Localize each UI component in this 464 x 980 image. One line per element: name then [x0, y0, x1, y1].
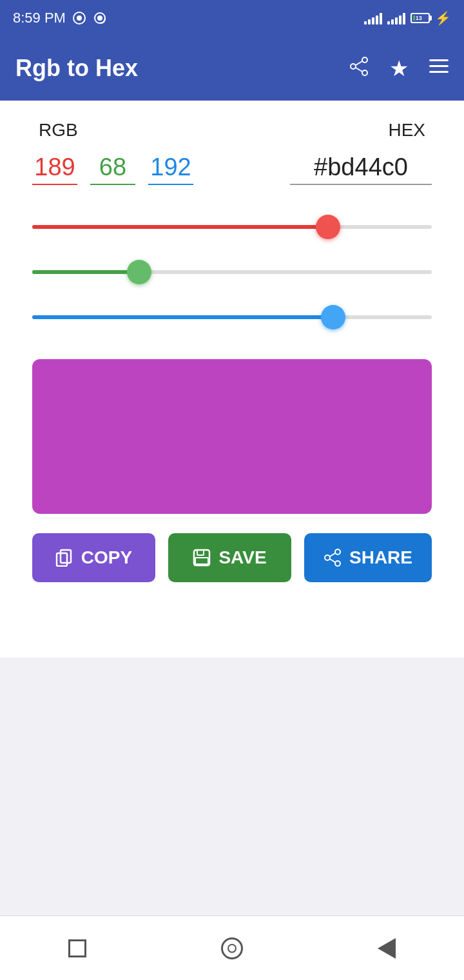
signal-bars-1 — [364, 12, 382, 24]
at-icon — [93, 11, 107, 25]
action-buttons: COPY SAVE SHARE — [19, 533, 445, 582]
svg-line-8 — [356, 68, 362, 72]
blue-slider-fill — [32, 315, 333, 319]
svg-rect-11 — [429, 71, 449, 73]
blue-slider-thumb[interactable] — [321, 305, 345, 329]
green-slider-track[interactable] — [32, 270, 432, 274]
red-value[interactable]: 189 — [32, 153, 77, 185]
green-slider-row — [32, 256, 432, 288]
svg-line-7 — [356, 61, 362, 65]
nav-home-button[interactable] — [216, 932, 248, 965]
svg-rect-9 — [429, 59, 449, 61]
green-slider-fill — [32, 270, 139, 274]
app-bar-actions: ★ — [349, 55, 449, 81]
signal-bars-2 — [387, 12, 405, 24]
copy-button[interactable]: COPY — [32, 533, 155, 582]
hex-value[interactable]: #bd44c0 — [290, 153, 432, 185]
green-slider-thumb[interactable] — [127, 260, 151, 284]
save-button[interactable]: SAVE — [168, 533, 291, 582]
share-button[interactable]: SHARE — [304, 533, 432, 582]
svg-point-6 — [362, 70, 367, 75]
sliders-section — [19, 204, 445, 340]
blue-slider-row — [32, 301, 432, 333]
blue-value[interactable]: 192 — [148, 153, 193, 185]
save-label: SAVE — [218, 547, 266, 568]
svg-rect-12 — [61, 550, 71, 563]
red-slider-fill — [32, 225, 328, 229]
svg-line-21 — [330, 559, 335, 562]
nav-square-icon — [68, 939, 86, 957]
svg-point-3 — [97, 15, 102, 21]
copy-icon — [55, 549, 73, 567]
headers-row: RGB HEX — [19, 120, 445, 141]
blue-slider-track[interactable] — [32, 315, 432, 319]
charging-icon: ⚡ — [435, 10, 451, 26]
svg-point-18 — [325, 555, 330, 560]
bottom-space — [0, 658, 464, 916]
values-row: 189 68 192 #bd44c0 — [19, 153, 445, 185]
red-slider-row — [32, 211, 432, 243]
svg-point-4 — [362, 57, 367, 63]
svg-point-5 — [351, 64, 356, 69]
svg-rect-13 — [57, 553, 67, 566]
circle-icon — [72, 11, 86, 25]
svg-rect-16 — [195, 558, 208, 564]
app-title: Rgb to Hex — [15, 55, 138, 82]
red-slider-track[interactable] — [32, 225, 432, 229]
hex-header: HEX — [388, 120, 425, 141]
red-slider-thumb[interactable] — [316, 215, 340, 239]
svg-point-17 — [335, 549, 340, 554]
svg-point-1 — [77, 15, 82, 21]
nav-circle-icon — [221, 937, 243, 959]
share-label: SHARE — [349, 547, 412, 568]
save-icon — [193, 549, 211, 567]
main-content: RGB HEX 189 68 192 #bd44c0 — [0, 101, 464, 658]
rgb-header: RGB — [39, 120, 78, 141]
copy-label: COPY — [81, 547, 132, 568]
menu-icon[interactable] — [429, 57, 449, 79]
battery-percent: 13 — [416, 15, 422, 21]
share-icon[interactable] — [349, 57, 369, 81]
status-right: 13 ⚡ — [364, 10, 451, 26]
rgb-values: 189 68 192 — [32, 153, 193, 185]
nav-square-button[interactable] — [61, 932, 93, 965]
status-left: 8:59 PM — [13, 10, 107, 26]
app-bar: Rgb to Hex ★ — [0, 36, 464, 101]
svg-rect-10 — [429, 65, 449, 67]
svg-line-20 — [330, 553, 335, 556]
share-icon — [324, 549, 342, 567]
favorite-icon[interactable]: ★ — [389, 55, 409, 81]
status-time: 8:59 PM — [13, 10, 66, 26]
battery-icon: 13 — [411, 13, 430, 23]
nav-triangle-icon — [378, 938, 396, 959]
green-value[interactable]: 68 — [90, 153, 135, 185]
svg-point-19 — [335, 561, 340, 566]
color-preview — [32, 359, 432, 514]
nav-back-button[interactable] — [371, 932, 403, 965]
status-bar: 8:59 PM 13 ⚡ — [0, 0, 464, 36]
nav-circle-inner — [227, 944, 237, 953]
nav-bar — [0, 916, 464, 980]
